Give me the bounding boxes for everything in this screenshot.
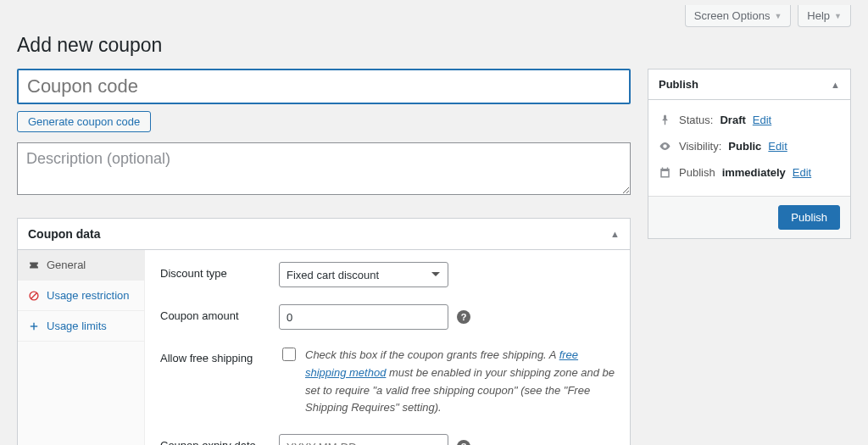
tab-general-label: General xyxy=(47,259,86,271)
coupon-amount-label: Coupon amount xyxy=(160,304,279,322)
svg-line-1 xyxy=(31,292,37,298)
expiry-date-label: Coupon expiry date xyxy=(160,434,279,445)
tab-usage-restriction[interactable]: Usage restriction xyxy=(18,281,144,311)
coupon-data-heading: Coupon data xyxy=(28,227,101,241)
help-icon[interactable]: ? xyxy=(457,310,470,324)
ticket-icon xyxy=(28,259,40,271)
help-button[interactable]: Help ▼ xyxy=(798,5,851,27)
eye-icon xyxy=(659,140,672,153)
coupon-data-metabox: Coupon data ▲ General xyxy=(17,218,631,445)
coupon-code-input[interactable] xyxy=(17,69,631,104)
page-title: Add new coupon xyxy=(17,34,851,57)
pin-icon xyxy=(659,114,672,126)
schedule-label: Publish xyxy=(679,166,715,179)
tab-usage-limits[interactable]: Usage limits xyxy=(18,311,144,342)
edit-schedule-link[interactable]: Edit xyxy=(793,166,811,179)
schedule-value: immediately xyxy=(722,166,786,179)
publish-button[interactable]: Publish xyxy=(778,205,840,230)
publish-metabox: Publish ▲ Status: Draft Edit xyxy=(648,69,851,239)
screen-options-label: Screen Options xyxy=(694,9,771,22)
publish-heading: Publish xyxy=(659,78,698,91)
tab-usage-limits-label: Usage limits xyxy=(47,320,107,332)
visibility-value: Public xyxy=(728,140,761,153)
discount-type-select[interactable]: Fixed cart discount xyxy=(279,262,448,287)
edit-visibility-link[interactable]: Edit xyxy=(768,140,787,153)
no-entry-icon xyxy=(28,290,40,302)
edit-status-link[interactable]: Edit xyxy=(753,114,771,126)
tab-general[interactable]: General xyxy=(18,250,144,281)
metabox-toggle-icon[interactable]: ▲ xyxy=(610,229,620,239)
chevron-down-icon: ▼ xyxy=(774,12,782,20)
status-label: Status: xyxy=(679,114,713,126)
help-label: Help xyxy=(807,9,830,22)
expiry-date-input[interactable] xyxy=(279,434,448,445)
free-shipping-checkbox[interactable] xyxy=(282,348,296,361)
free-shipping-description: Check this box if the coupon grants free… xyxy=(305,347,615,417)
plus-icon xyxy=(28,320,40,332)
generate-coupon-code-button[interactable]: Generate coupon code xyxy=(17,111,151,132)
free-shipping-label: Allow free shipping xyxy=(160,347,279,364)
discount-type-label: Discount type xyxy=(160,262,279,280)
status-value: Draft xyxy=(720,114,745,126)
screen-options-button[interactable]: Screen Options ▼ xyxy=(685,5,792,27)
tab-usage-restriction-label: Usage restriction xyxy=(47,289,130,302)
chevron-down-icon: ▼ xyxy=(834,12,842,20)
metabox-toggle-icon[interactable]: ▲ xyxy=(831,80,840,90)
coupon-amount-input[interactable] xyxy=(279,304,448,330)
help-icon[interactable]: ? xyxy=(457,440,470,445)
visibility-label: Visibility: xyxy=(679,140,721,153)
coupon-description-input[interactable] xyxy=(17,142,631,195)
calendar-icon xyxy=(659,166,672,179)
